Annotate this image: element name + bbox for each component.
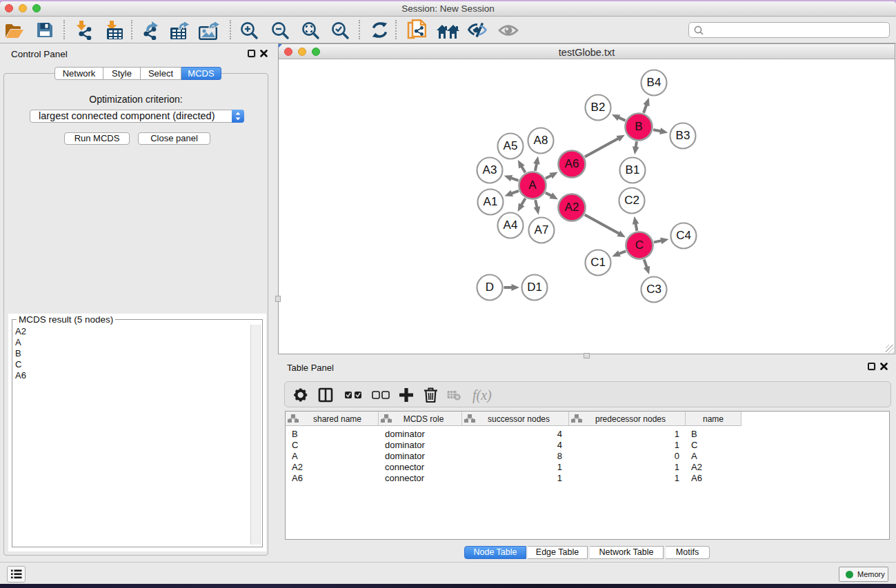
svg-text:C2: C2 [624,194,639,207]
svg-text:A7: A7 [535,223,549,236]
svg-text:A: A [528,179,537,192]
svg-text:A2: A2 [565,201,579,214]
svg-text:B4: B4 [647,76,661,89]
svg-text:B3: B3 [676,129,690,142]
svg-text:f(x): f(x) [472,387,492,403]
svg-text:A1: A1 [484,195,498,208]
svg-text:A5: A5 [504,139,518,152]
svg-text:C: C [635,239,644,252]
svg-text:B2: B2 [591,101,606,114]
svg-text:B1: B1 [626,163,640,176]
svg-text:A8: A8 [534,134,548,147]
svg-text:B: B [635,120,642,133]
svg-text:C4: C4 [676,229,691,242]
svg-text:A3: A3 [483,163,497,176]
svg-text:A4: A4 [504,219,518,232]
svg-text:A6: A6 [565,157,579,170]
svg-text:D: D [486,281,494,294]
svg-text:C1: C1 [590,256,606,269]
svg-text:D1: D1 [527,281,542,294]
svg-text:C3: C3 [646,283,661,296]
